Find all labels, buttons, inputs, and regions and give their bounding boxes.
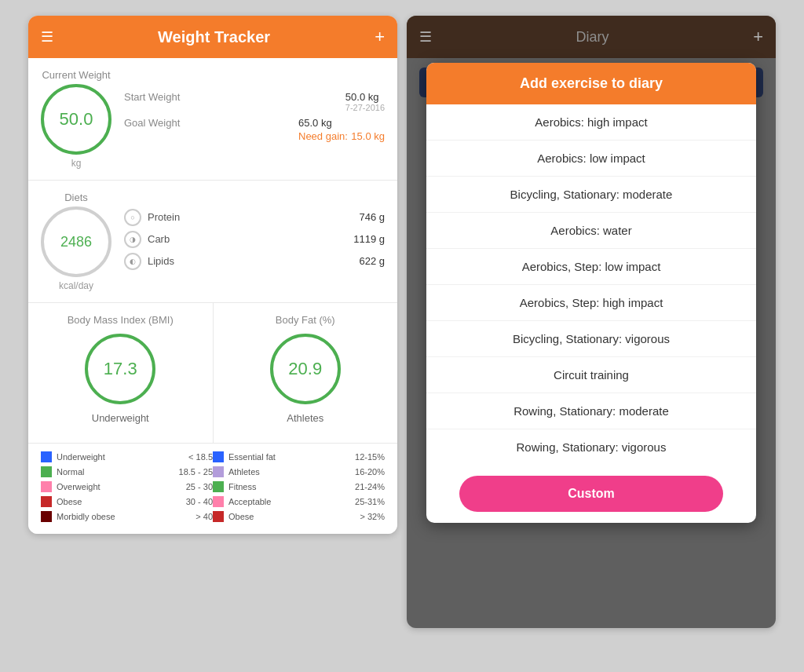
weight-unit: kg: [71, 158, 82, 169]
legend-label: Normal: [57, 467, 174, 477]
legend-color: [213, 466, 224, 477]
legend-item: Morbidly obese > 40: [41, 511, 213, 522]
bf-category: Athletes: [287, 412, 323, 424]
bmi-section: Body Mass Index (BMI) 17.3 Underweight B…: [28, 303, 397, 444]
legend-label: Essential fat: [228, 452, 350, 462]
legend-range: < 18.5: [188, 452, 213, 462]
bmi-ring: 17.3: [85, 334, 155, 404]
legend-label: Morbidly obese: [57, 512, 191, 521]
diet-section: Diets 2486 kcal/day ○ Protein 746 g ◑ Ca…: [28, 181, 397, 303]
exercise-list: Aerobics: high impactAerobics: low impac…: [426, 104, 756, 465]
legend-range: > 40: [196, 512, 213, 521]
legend-item: Fitness 21-24%: [213, 481, 385, 492]
start-weight-date: 7-27-2016: [345, 103, 385, 112]
exercise-item[interactable]: Aerobics: water: [426, 213, 756, 249]
legend-color: [213, 496, 224, 507]
legend-section: Underweight < 18.5 Normal 18.5 - 25 Over…: [28, 444, 397, 534]
legend-label: Athletes: [228, 467, 350, 477]
kcal-unit: kcal/day: [59, 280, 93, 291]
carb-label: Carb: [148, 233, 347, 245]
exercise-item[interactable]: Bicycling, Stationary: moderate: [426, 177, 756, 213]
legend-label: Fitness: [228, 482, 350, 491]
legend-item: Obese > 32%: [213, 511, 385, 522]
carb-icon: ◑: [124, 231, 141, 248]
current-weight-label: Current Weight: [42, 69, 110, 81]
carb-row: ◑ Carb 1119 g: [124, 231, 385, 248]
legend-range: 30 - 40: [186, 497, 213, 506]
custom-button[interactable]: Custom: [459, 476, 723, 512]
left-header: ☰ Weight Tracker +: [28, 16, 397, 58]
exercise-item[interactable]: Rowing, Stationary: vigorous: [426, 429, 756, 465]
diet-info: ○ Protein 746 g ◑ Carb 1119 g ◐ Lipids 6…: [124, 209, 385, 275]
legend-label: Overweight: [57, 482, 181, 491]
bmi-half-right: Body Fat (%) 20.9 Athletes: [214, 303, 398, 443]
bf-value: 20.9: [288, 359, 322, 379]
legend-label: Obese: [228, 512, 356, 521]
bf-section-label: Body Fat (%): [276, 314, 335, 326]
bmi-value: 17.3: [104, 359, 137, 379]
left-body: Current Weight 50.0 kg Start Weight 50.0…: [28, 58, 397, 534]
legend-item: Obese 30 - 40: [41, 496, 213, 507]
dialog-header: Add exercise to diary: [426, 63, 756, 104]
carb-value: 1119 g: [353, 233, 385, 245]
need-gain-label: Need gain:: [298, 130, 348, 142]
lipids-row: ◐ Lipids 622 g: [124, 253, 385, 270]
exercise-item[interactable]: Rowing, Stationary: moderate: [426, 393, 756, 429]
legend-color: [41, 466, 52, 477]
exercise-item[interactable]: Aerobics, Step: low impact: [426, 249, 756, 285]
kcal-gauge: Diets 2486 kcal/day: [41, 192, 111, 291]
weight-ring: 50.0: [41, 84, 111, 155]
exercise-item[interactable]: Aerobics: low impact: [426, 141, 756, 177]
lipids-value: 622 g: [359, 255, 385, 267]
protein-row: ○ Protein 746 g: [124, 209, 385, 226]
legend-color: [41, 451, 52, 462]
legend-color: [213, 451, 224, 462]
exercise-item[interactable]: Aerobics: high impact: [426, 104, 756, 141]
legend-range: 12-15%: [355, 452, 385, 462]
goal-weight-value: 65.0 kg: [298, 117, 385, 129]
left-panel: ☰ Weight Tracker + Current Weight 50.0 k…: [28, 16, 397, 534]
need-gain-value: 15.0 kg: [351, 130, 385, 142]
hamburger-icon[interactable]: ☰: [41, 28, 53, 46]
kcal-value: 2486: [60, 234, 92, 250]
exercise-item[interactable]: Circuit training: [426, 357, 756, 393]
legend-item: Athletes 16-20%: [213, 466, 385, 477]
start-weight-value: 50.0 kg: [345, 91, 385, 103]
dialog-overlay: Add exercise to diary Aerobics: high imp…: [407, 16, 776, 628]
legend-color: [213, 511, 224, 522]
legend-range: 25 - 30: [186, 482, 213, 491]
bf-legend: Essential fat 12-15% Athletes 16-20% Fit…: [213, 451, 385, 526]
bf-ring: 20.9: [270, 334, 341, 404]
legend-range: 25-31%: [355, 497, 385, 506]
legend-range: 16-20%: [355, 467, 385, 477]
legend-item: Essential fat 12-15%: [213, 451, 385, 462]
legend-range: 18.5 - 25: [179, 467, 213, 477]
legend-color: [41, 511, 52, 522]
legend-color: [41, 481, 52, 492]
legend-label: Underweight: [57, 452, 184, 462]
exercise-item[interactable]: Aerobics, Step: high impact: [426, 285, 756, 321]
legend-label: Acceptable: [228, 497, 350, 506]
app-title: Weight Tracker: [158, 28, 270, 46]
right-panel: ☰ Diary + 📅 7-27-2016 Add exercise to di…: [407, 16, 776, 628]
goal-weight-row: Goal Weight 65.0 kg Need gain: 15.0 kg: [124, 117, 385, 143]
lipids-label: Lipids: [148, 255, 353, 267]
legend-range: 21-24%: [355, 482, 385, 491]
bmi-half-left: Body Mass Index (BMI) 17.3 Underweight: [28, 303, 214, 443]
protein-icon: ○: [124, 209, 141, 226]
bmi-section-label: Body Mass Index (BMI): [68, 314, 174, 326]
current-weight-gauge: Current Weight 50.0 kg: [41, 69, 111, 169]
exercise-item[interactable]: Bicycling, Stationary: vigorous: [426, 321, 756, 357]
protein-label: Protein: [148, 211, 353, 223]
kcal-ring: 2486: [41, 206, 111, 277]
lipids-icon: ◐: [124, 253, 141, 270]
legend-color: [213, 481, 224, 492]
weight-value: 50.0: [60, 109, 93, 130]
legend-item: Underweight < 18.5: [41, 451, 213, 462]
add-button-left[interactable]: +: [375, 27, 385, 47]
exercise-dialog: Add exercise to diary Aerobics: high imp…: [426, 63, 756, 523]
screen-container: ☰ Weight Tracker + Current Weight 50.0 k…: [0, 0, 804, 672]
weight-section: Current Weight 50.0 kg Start Weight 50.0…: [28, 58, 397, 181]
legend-item: Overweight 25 - 30: [41, 481, 213, 492]
bmi-category: Underweight: [92, 412, 149, 424]
